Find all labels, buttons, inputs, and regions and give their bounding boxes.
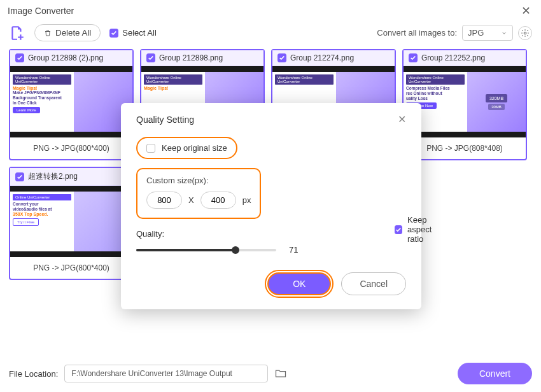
px-label: px bbox=[242, 195, 251, 205]
settings-button[interactable] bbox=[518, 26, 532, 40]
svg-point-0 bbox=[524, 32, 526, 34]
checkbox-icon bbox=[146, 144, 155, 153]
folder-icon[interactable] bbox=[274, 367, 287, 380]
cancel-button[interactable]: Cancel bbox=[341, 272, 406, 295]
trash-icon bbox=[44, 29, 52, 37]
size-x: X bbox=[188, 195, 194, 205]
close-icon[interactable]: ✕ bbox=[519, 4, 533, 18]
keep-aspect-label: Keep aspect ratio bbox=[407, 215, 433, 244]
bottom-bar: File Location: F:\Wondershare UniConvert… bbox=[0, 355, 541, 392]
card-filename: 超速转换2.png bbox=[28, 171, 78, 182]
card-thumbnail: Wondershare Online UniConverter Magic Ti… bbox=[10, 66, 132, 137]
card-filename: Group 212898 (2).png bbox=[28, 53, 103, 62]
card-filename: Group 212252.png bbox=[421, 53, 485, 62]
window-title: Image Converter bbox=[8, 6, 74, 16]
ok-button[interactable]: OK bbox=[267, 272, 331, 295]
card-checkbox[interactable] bbox=[15, 172, 24, 181]
card-footer: PNG -> JPG(808*408) bbox=[404, 137, 526, 159]
image-card[interactable]: 超速转换2.png Online UniConverter Convert yo… bbox=[9, 167, 134, 280]
custom-size-group: Custom size(px): X px bbox=[136, 168, 261, 219]
check-icon bbox=[109, 29, 118, 38]
height-input[interactable] bbox=[200, 192, 236, 209]
quality-value: 71 bbox=[289, 245, 298, 255]
card-thumbnail: Online UniConverter Convert your video&a… bbox=[10, 186, 132, 257]
slider-thumb-icon[interactable] bbox=[232, 246, 239, 254]
select-all-label: Select All bbox=[122, 28, 156, 38]
keep-original-option[interactable]: Keep original size bbox=[136, 137, 237, 159]
output-path-input[interactable]: F:\Wondershare UniConverter 13\Image Out… bbox=[64, 365, 268, 382]
quality-slider[interactable] bbox=[136, 249, 276, 251]
format-select[interactable]: JPG bbox=[462, 25, 513, 41]
card-checkbox[interactable] bbox=[146, 53, 155, 62]
dialog-close-icon[interactable]: ✕ bbox=[398, 113, 406, 125]
format-value: JPG bbox=[468, 28, 484, 38]
quality-setting-dialog: Quality Setting ✕ Keep original size Cus… bbox=[121, 103, 421, 309]
convert-to-label: Convert all images to: bbox=[377, 28, 457, 38]
delete-all-button[interactable]: Delete All bbox=[34, 24, 101, 41]
card-footer: PNG -> JPG(800*400) bbox=[10, 257, 132, 279]
quality-label: Quality: bbox=[136, 229, 406, 239]
image-card[interactable]: Group 212898 (2).png Wondershare Online … bbox=[9, 49, 134, 160]
check-icon bbox=[395, 225, 402, 234]
file-location-label: File Location: bbox=[9, 369, 58, 379]
select-all-checkbox[interactable]: Select All bbox=[109, 28, 156, 38]
delete-all-label: Delete All bbox=[55, 28, 91, 38]
dialog-title: Quality Setting bbox=[136, 115, 194, 125]
add-file-icon[interactable] bbox=[9, 25, 25, 41]
keep-original-label: Keep original size bbox=[162, 143, 227, 153]
width-input[interactable] bbox=[146, 192, 182, 209]
toolbar: Delete All Select All Convert all images… bbox=[0, 22, 541, 49]
gear-icon bbox=[521, 29, 530, 38]
card-footer: PNG -> JPG(800*400) bbox=[10, 137, 132, 159]
card-checkbox[interactable] bbox=[15, 53, 24, 62]
convert-button[interactable]: Convert bbox=[458, 363, 532, 384]
card-filename: Group 212274.png bbox=[290, 53, 354, 62]
custom-size-label: Custom size(px): bbox=[146, 176, 251, 185]
card-thumbnail: Wondershare Online UniConverter Compress… bbox=[404, 66, 526, 137]
card-checkbox[interactable] bbox=[409, 53, 418, 62]
keep-aspect-checkbox[interactable]: Keep aspect ratio bbox=[395, 215, 433, 244]
card-checkbox[interactable] bbox=[278, 53, 286, 62]
chevron-down-icon bbox=[501, 30, 507, 36]
card-filename: Group 212898.png bbox=[159, 53, 223, 62]
